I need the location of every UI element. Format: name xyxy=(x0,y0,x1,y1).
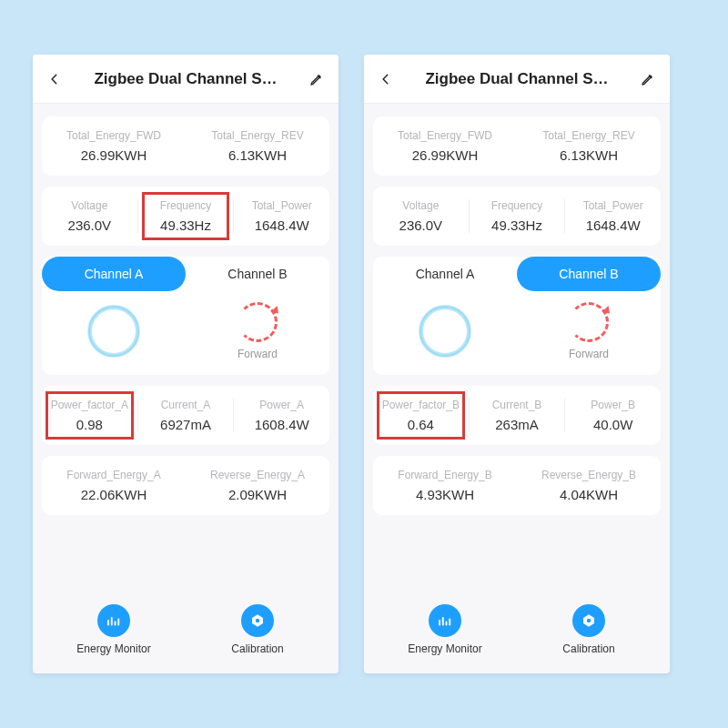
label: Calibration xyxy=(231,642,283,655)
label: Total_Energy_REV xyxy=(191,129,324,142)
value: 26.99KWH xyxy=(47,147,180,163)
power-cell: Power_A 1608.4W xyxy=(234,386,329,445)
value: 1648.4W xyxy=(239,217,324,233)
label: Total_Power xyxy=(239,199,324,212)
label: Calibration xyxy=(562,642,614,655)
svg-point-1 xyxy=(256,619,260,623)
channel-tabs-card: Channel A Channel B Forward xyxy=(42,257,329,375)
mains-card: Voltage 236.0V Frequency 49.33Hz Total_P… xyxy=(42,187,329,246)
content-area: Total_Energy_FWD 26.99KWH Total_Energy_R… xyxy=(364,104,670,673)
label: Reverse_Energy_B xyxy=(522,469,655,481)
value: 1608.4W xyxy=(239,417,324,432)
tab-channel-b[interactable]: Channel B xyxy=(186,257,329,291)
energy-monitor-button[interactable]: Energy Monitor xyxy=(42,604,186,655)
channel-energy-card: Forward_Energy_B 4.93KWH Reverse_Energy_… xyxy=(373,456,661,515)
bottom-actions: Energy Monitor Calibration xyxy=(373,590,661,666)
value: 6.13KWH xyxy=(191,147,324,163)
value: 263mA xyxy=(475,417,560,432)
voltage-cell: Voltage 236.0V xyxy=(373,187,469,246)
label: Energy Monitor xyxy=(408,642,481,655)
power-cell: Power_B 40.0W xyxy=(565,386,661,445)
back-icon[interactable] xyxy=(377,70,395,88)
total-power-cell: Total_Power 1648.4W xyxy=(565,187,661,246)
channel-visual: Forward xyxy=(373,291,661,375)
forward-arrow-icon xyxy=(569,302,609,342)
content-area: Total_Energy_FWD 26.99KWH Total_Energy_R… xyxy=(33,104,339,673)
label: Reverse_Energy_A xyxy=(191,469,324,481)
loading-spinner-icon xyxy=(88,306,139,357)
label: Current_A xyxy=(144,399,228,411)
value: 6.13KWH xyxy=(522,147,655,163)
spinner-area xyxy=(373,302,517,360)
value: 4.93KWH xyxy=(379,487,511,502)
reverse-energy-cell: Reverse_Energy_A 2.09KWH xyxy=(186,456,329,515)
loading-spinner-icon xyxy=(420,306,470,357)
forward-energy-cell: Forward_Energy_B 4.93KWH xyxy=(373,456,517,515)
total-energy-fwd: Total_Energy_FWD 26.99KWH xyxy=(373,116,517,176)
channel-tabs: Channel A Channel B xyxy=(42,257,329,291)
value: 26.99KWH xyxy=(379,147,511,163)
calibration-button[interactable]: Calibration xyxy=(517,604,661,655)
direction-label: Forward xyxy=(238,348,278,360)
edit-icon[interactable] xyxy=(308,70,326,88)
current-cell: Current_A 6927mA xyxy=(138,386,234,445)
value: 6927mA xyxy=(144,417,228,432)
app-header: Zigbee Dual Channel S… xyxy=(364,55,670,104)
tab-channel-a[interactable]: Channel A xyxy=(373,257,517,291)
highlight-box xyxy=(46,391,134,440)
highlight-box xyxy=(142,192,230,240)
reverse-energy-cell: Reverse_Energy_B 4.04KWH xyxy=(517,456,661,515)
energy-monitor-button[interactable]: Energy Monitor xyxy=(373,604,517,655)
phone-screen-a: Zigbee Dual Channel S… Total_Energy_FWD … xyxy=(33,55,339,673)
frequency-cell: Frequency 49.33Hz xyxy=(470,187,565,246)
value: 236.0V xyxy=(379,217,463,233)
label: Power_B xyxy=(571,399,655,411)
current-cell: Current_B 263mA xyxy=(470,386,565,445)
value: 1648.4W xyxy=(571,217,655,233)
label: Total_Energy_FWD xyxy=(379,129,511,142)
value: 22.06KWH xyxy=(47,487,180,502)
total-energy-card: Total_Energy_FWD 26.99KWH Total_Energy_R… xyxy=(42,116,329,176)
bottom-actions: Energy Monitor Calibration xyxy=(42,590,329,666)
channel-tabs: Channel A Channel B xyxy=(373,257,661,291)
value: 40.0W xyxy=(571,417,655,432)
label: Energy Monitor xyxy=(76,642,150,655)
label: Total_Energy_REV xyxy=(522,129,655,142)
tab-channel-b[interactable]: Channel B xyxy=(517,257,661,291)
direction-area: Forward xyxy=(186,302,329,360)
gear-icon xyxy=(241,604,274,637)
edit-icon[interactable] xyxy=(639,70,657,88)
channel-visual: Forward xyxy=(42,291,329,375)
label: Frequency xyxy=(475,199,560,212)
power-factor-cell: Power_factor_B 0.64 xyxy=(373,386,469,445)
direction-label: Forward xyxy=(569,348,609,360)
label: Total_Energy_FWD xyxy=(47,129,180,142)
label: Total_Power xyxy=(571,199,655,212)
spinner-area xyxy=(42,302,186,360)
page-title: Zigbee Dual Channel S… xyxy=(395,70,639,88)
channel-stats-card: Power_factor_A 0.98 Current_A 6927mA Pow… xyxy=(42,386,329,445)
voltage-cell: Voltage 236.0V xyxy=(42,187,137,246)
bars-chart-icon xyxy=(97,604,130,637)
forward-arrow-icon xyxy=(238,302,278,342)
total-energy-fwd: Total_Energy_FWD 26.99KWH xyxy=(42,116,186,176)
page-title: Zigbee Dual Channel S… xyxy=(64,70,308,88)
power-factor-cell: Power_factor_A 0.98 xyxy=(42,386,137,445)
value: 2.09KWH xyxy=(191,487,324,502)
total-power-cell: Total_Power 1648.4W xyxy=(234,187,329,246)
label: Current_B xyxy=(475,399,560,411)
frequency-cell: Frequency 49.33Hz xyxy=(138,187,234,246)
tab-channel-a[interactable]: Channel A xyxy=(42,257,186,291)
direction-area: Forward xyxy=(517,302,661,360)
label: Voltage xyxy=(379,199,463,212)
forward-energy-cell: Forward_Energy_A 22.06KWH xyxy=(42,456,186,515)
app-header: Zigbee Dual Channel S… xyxy=(33,55,339,104)
calibration-button[interactable]: Calibration xyxy=(186,604,329,655)
total-energy-card: Total_Energy_FWD 26.99KWH Total_Energy_R… xyxy=(373,116,661,176)
value: 4.04KWH xyxy=(522,487,655,502)
back-icon[interactable] xyxy=(46,70,64,88)
highlight-box xyxy=(377,391,465,440)
channel-stats-card: Power_factor_B 0.64 Current_B 263mA Powe… xyxy=(373,386,661,445)
phone-screen-b: Zigbee Dual Channel S… Total_Energy_FWD … xyxy=(364,55,670,673)
svg-point-3 xyxy=(587,619,592,623)
